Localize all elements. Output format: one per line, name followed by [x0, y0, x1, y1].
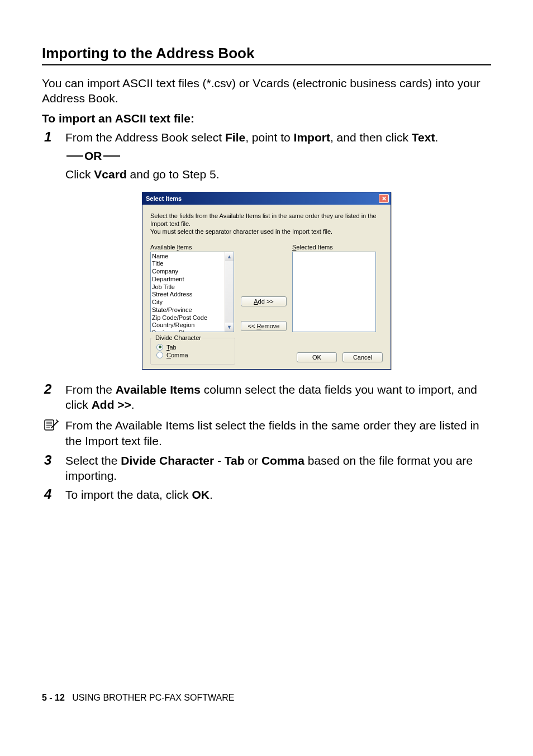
- scroll-up-icon[interactable]: ▲: [225, 252, 234, 261]
- page-heading: Importing to the Address Book: [42, 45, 491, 65]
- dialog-titlebar[interactable]: Select Items ✕: [142, 192, 391, 205]
- add-button[interactable]: Add >>: [241, 296, 287, 306]
- cancel-button[interactable]: Cancel: [342, 352, 383, 362]
- list-item[interactable]: Job Title: [152, 284, 223, 291]
- step-number: 1: [42, 130, 65, 144]
- list-item[interactable]: City: [152, 299, 223, 306]
- radio-tab[interactable]: Tab: [156, 344, 229, 351]
- note-icon: [42, 418, 65, 434]
- list-item[interactable]: Title: [152, 260, 223, 268]
- intro-text: You can import ASCII text files (*.csv) …: [42, 75, 491, 106]
- step-number: 4: [42, 487, 65, 502]
- list-item[interactable]: Company: [152, 268, 223, 276]
- step-4: 4 To import the data, click OK.: [42, 487, 491, 502]
- dialog-title: Select Items: [146, 195, 182, 202]
- list-item[interactable]: Country/Region: [152, 322, 223, 329]
- page-footer: 5 - 12 USING BROTHER PC-FAX SOFTWARE: [42, 693, 234, 703]
- available-items-listbox[interactable]: Name Title Company Department Job Title …: [150, 252, 234, 332]
- close-button[interactable]: ✕: [379, 194, 389, 203]
- selected-items-label: Selected Items: [292, 244, 376, 251]
- select-items-dialog: Select Items ✕ Select the fields from th…: [142, 192, 391, 369]
- selected-items-listbox[interactable]: [292, 252, 376, 332]
- note: From the Available Items list select the…: [42, 418, 491, 448]
- list-item[interactable]: Department: [152, 276, 223, 284]
- radio-icon[interactable]: [156, 352, 163, 358]
- step-2: 2 From the Available Items column select…: [42, 382, 491, 413]
- divide-character-group: Divide Character Tab Comma: [150, 338, 235, 365]
- subheading: To import an ASCII text file:: [42, 112, 491, 125]
- list-item[interactable]: Business Phone: [152, 329, 223, 332]
- radio-icon[interactable]: [156, 344, 163, 351]
- list-item[interactable]: Name: [152, 253, 223, 261]
- scrollbar[interactable]: ▲ ▼: [225, 252, 234, 332]
- scroll-track[interactable]: [225, 261, 234, 323]
- remove-button[interactable]: << Remove: [241, 321, 287, 331]
- close-icon: ✕: [382, 196, 387, 202]
- list-item[interactable]: Zip Code/Post Code: [152, 314, 223, 322]
- ok-button[interactable]: OK: [297, 352, 337, 362]
- group-legend: Divide Character: [154, 334, 202, 341]
- step2-text: From the Available Items column select t…: [65, 382, 491, 413]
- available-items-label: Available Items: [150, 244, 235, 251]
- svg-rect-0: [45, 420, 54, 430]
- list-item[interactable]: State/Province: [152, 306, 223, 314]
- note-text: From the Available Items list select the…: [65, 418, 491, 448]
- step1-text: From the Address Book select File, point…: [65, 131, 438, 144]
- step4-text: To import the data, click OK.: [65, 487, 491, 502]
- step-number: 3: [42, 453, 65, 467]
- available-items[interactable]: Name Title Company Department Job Title …: [151, 252, 225, 332]
- step1b-text: Click Vcard and go to Step 5.: [65, 168, 220, 181]
- step-3: 3 Select the Divide Character - Tab or C…: [42, 453, 491, 484]
- step-number: 2: [42, 382, 65, 396]
- scroll-down-icon[interactable]: ▼: [225, 323, 234, 332]
- dialog-instructions: Select the fields from the Available Ite…: [150, 212, 383, 235]
- radio-comma[interactable]: Comma: [156, 352, 229, 358]
- or-separator: OR: [65, 148, 491, 163]
- step3-text: Select the Divide Character - Tab or Com…: [65, 453, 491, 484]
- list-item[interactable]: Street Address: [152, 291, 223, 299]
- step-1: 1 From the Address Book select File, poi…: [42, 130, 491, 182]
